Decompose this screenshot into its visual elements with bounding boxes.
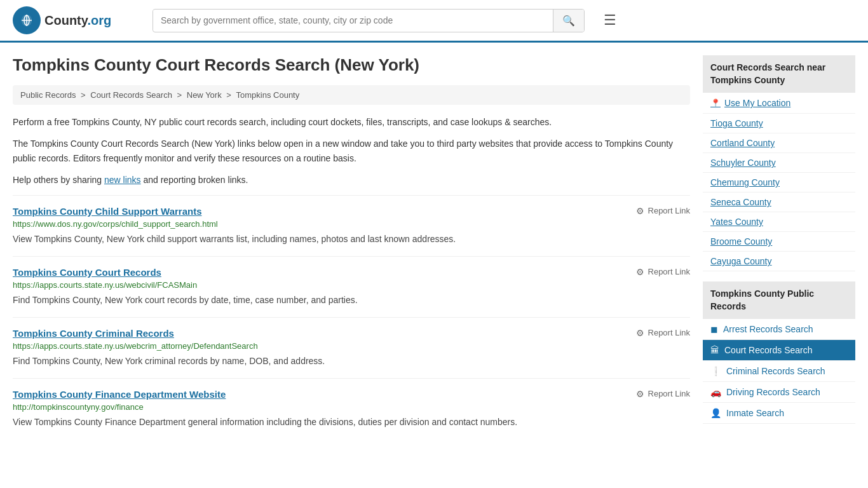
record-title-1[interactable]: Tompkins County Court Records bbox=[13, 267, 161, 278]
breadcrumb-tompkins[interactable]: Tompkins County bbox=[236, 90, 300, 100]
nearby-title: Court Records Search near Tompkins Count… bbox=[703, 55, 855, 93]
pub-rec-item-1[interactable]: 🏛 Court Records Search bbox=[703, 340, 855, 361]
counties-list: Tioga CountyCortland CountySchuyler Coun… bbox=[703, 114, 855, 271]
search-input[interactable] bbox=[153, 10, 553, 30]
record-url-3: http://tompkinscountyny.gov/finance bbox=[13, 402, 690, 412]
county-link-tioga-county[interactable]: Tioga County bbox=[703, 114, 855, 133]
logo-icon bbox=[13, 6, 41, 34]
logo-text: County.org bbox=[44, 13, 111, 28]
record-item-1: Tompkins County Court Records ⚙ Report L… bbox=[13, 256, 690, 317]
report-link-3[interactable]: ⚙ Report Link bbox=[636, 389, 690, 399]
pub-rec-icon-3: 🚗 bbox=[710, 387, 721, 397]
county-link-chemung-county[interactable]: Chemung County bbox=[703, 173, 855, 193]
record-url-2: https://iapps.courts.state.ny.us/webcrim… bbox=[13, 341, 690, 351]
pub-rec-label-4: Inmate Search bbox=[726, 408, 784, 418]
record-url-1: https://iapps.courts.state.ny.us/webcivi… bbox=[13, 280, 690, 290]
record-desc-2: Find Tompkins County, New York criminal … bbox=[13, 355, 690, 368]
pub-rec-item-0[interactable]: ◼ Arrest Records Search bbox=[703, 319, 855, 340]
logo-area: County.org bbox=[13, 6, 140, 34]
pub-rec-label-1: Court Records Search bbox=[724, 345, 813, 355]
pub-rec-item-4[interactable]: 👤 Inmate Search bbox=[703, 403, 855, 424]
county-link-cortland-county[interactable]: Cortland County bbox=[703, 133, 855, 153]
county-link-yates-county[interactable]: Yates County bbox=[703, 212, 855, 232]
record-item-0: Tompkins County Child Support Warrants ⚙… bbox=[13, 195, 690, 256]
record-desc-1: Find Tompkins County, New York court rec… bbox=[13, 294, 690, 307]
record-title-0[interactable]: Tompkins County Child Support Warrants bbox=[13, 206, 202, 217]
breadcrumb-new-york[interactable]: New York bbox=[187, 90, 222, 100]
record-title-2[interactable]: Tompkins County Criminal Records bbox=[13, 328, 174, 339]
report-icon-3: ⚙ bbox=[636, 389, 644, 399]
header: County.org 🔍 ☰ bbox=[0, 0, 868, 43]
breadcrumb-public-records[interactable]: Public Records bbox=[20, 90, 76, 100]
record-header-0: Tompkins County Child Support Warrants ⚙… bbox=[13, 206, 690, 217]
page-title: Tompkins County Court Records Search (Ne… bbox=[13, 55, 690, 75]
pub-rec-icon-2: ❕ bbox=[710, 366, 721, 376]
county-link-broome-county[interactable]: Broome County bbox=[703, 232, 855, 252]
main-content: Tompkins County Court Records Search (Ne… bbox=[13, 55, 690, 439]
new-links[interactable]: new links bbox=[104, 175, 141, 185]
public-records-list: ◼ Arrest Records Search 🏛 Court Records … bbox=[703, 319, 855, 424]
report-icon-1: ⚙ bbox=[636, 267, 644, 277]
main-layout: Tompkins County Court Records Search (Ne… bbox=[0, 43, 868, 452]
menu-icon[interactable]: ☰ bbox=[604, 12, 616, 29]
record-url-0: https://www.dos.ny.gov/corps/child_suppo… bbox=[13, 219, 690, 229]
pub-rec-label-0: Arrest Records Search bbox=[723, 324, 813, 334]
record-item-2: Tompkins County Criminal Records ⚙ Repor… bbox=[13, 317, 690, 378]
report-icon-0: ⚙ bbox=[636, 206, 644, 216]
report-link-0[interactable]: ⚙ Report Link bbox=[636, 206, 690, 216]
pub-rec-item-3[interactable]: 🚗 Driving Records Search bbox=[703, 382, 855, 403]
report-link-1[interactable]: ⚙ Report Link bbox=[636, 267, 690, 277]
pub-rec-label-3: Driving Records Search bbox=[726, 387, 820, 397]
record-desc-0: View Tompkins County, New York child sup… bbox=[13, 233, 690, 246]
record-header-3: Tompkins County Finance Department Websi… bbox=[13, 389, 690, 400]
record-desc-3: View Tompkins County Finance Department … bbox=[13, 416, 690, 429]
record-title-3[interactable]: Tompkins County Finance Department Websi… bbox=[13, 389, 226, 400]
search-bar[interactable]: 🔍 bbox=[153, 9, 585, 32]
search-button[interactable]: 🔍 bbox=[553, 10, 584, 32]
public-records-title: Tompkins County Public Records bbox=[703, 281, 855, 319]
pub-rec-icon-0: ◼ bbox=[710, 324, 718, 334]
county-link-cayuga-county[interactable]: Cayuga County bbox=[703, 252, 855, 271]
record-header-2: Tompkins County Criminal Records ⚙ Repor… bbox=[13, 328, 690, 339]
description-1: Perform a free Tompkins County, NY publi… bbox=[13, 115, 690, 129]
public-records-section: Tompkins County Public Records ◼ Arrest … bbox=[703, 281, 855, 424]
pub-rec-icon-1: 🏛 bbox=[710, 345, 719, 355]
description-3: Help others by sharing new links and rep… bbox=[13, 173, 690, 187]
record-item-3: Tompkins County Finance Department Websi… bbox=[13, 378, 690, 439]
records-list: Tompkins County Child Support Warrants ⚙… bbox=[13, 195, 690, 439]
breadcrumb-court-records[interactable]: Court Records Search bbox=[90, 90, 172, 100]
sidebar: Court Records Search near Tompkins Count… bbox=[703, 55, 855, 439]
county-link-schuyler-county[interactable]: Schuyler County bbox=[703, 153, 855, 173]
pub-rec-item-2[interactable]: ❕ Criminal Records Search bbox=[703, 361, 855, 382]
report-link-2[interactable]: ⚙ Report Link bbox=[636, 328, 690, 338]
report-icon-2: ⚙ bbox=[636, 328, 644, 338]
nearby-section: Court Records Search near Tompkins Count… bbox=[703, 55, 855, 271]
pub-rec-label-2: Criminal Records Search bbox=[726, 366, 825, 376]
record-header-1: Tompkins County Court Records ⚙ Report L… bbox=[13, 267, 690, 278]
description-2: The Tompkins County Court Records Search… bbox=[13, 137, 690, 165]
use-my-location[interactable]: 📍 Use My Location bbox=[703, 93, 855, 114]
location-icon: 📍 bbox=[710, 98, 721, 108]
breadcrumb: Public Records > Court Records Search > … bbox=[13, 85, 690, 105]
county-link-seneca-county[interactable]: Seneca County bbox=[703, 193, 855, 212]
pub-rec-icon-4: 👤 bbox=[710, 408, 721, 418]
